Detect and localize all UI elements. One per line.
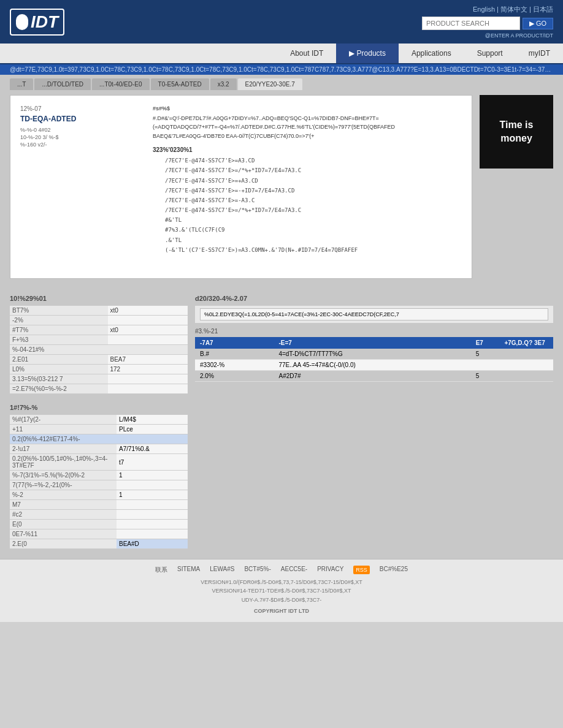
tab-4[interactable]: T0-E5A-ADTED [151,78,209,90]
results-search-input[interactable] [200,308,548,320]
bottom-value-4: A7/71%0.& [117,444,188,454]
bottom-label-4: 2-!u17 [10,444,117,454]
bottom-form: %#(17y(2- L/M4$ +11 PLce 0.2(0%%-412#E71… [10,415,188,549]
copyright: COPYRIGHT IDT LTD [10,607,553,615]
result-row-2: #3302-% 77E..AA 45-=47#&C(-0/(0.0) [195,360,553,371]
form-row-2: -2% [10,316,188,325]
bottom-label-10: #c2 [10,510,117,520]
code-line-5: /7EC7'E-@474-SS7C7'E>=-A3.C [165,195,462,205]
form-row-7: L0% 172 [10,365,188,374]
footer-link-4[interactable]: BCT#5%- [244,566,270,574]
nav-products[interactable]: ▶ Products [336,44,399,63]
myidt-link[interactable]: @ENTER A PRODUCT/IDT [485,32,553,39]
bottom-row-1: %#(17y(2- L/M4$ [10,415,188,425]
result-1-col4 [499,349,553,360]
code-line-7: #&'TL [165,215,462,225]
result-row-1: B.# 4=dT-D%CT7/TT7T%G 5 [195,349,553,360]
bottom-label-1: %#(17y(2- [10,415,117,425]
ad-text-line1: Time is [500,118,534,132]
search-input[interactable] [422,17,520,30]
header-right: English | 简体中文 | 日本語 ▶ GO @ENTER A PRODU… [422,5,553,39]
nav-applications[interactable]: Applications [399,44,464,63]
bottom-row-6: %-7(3/1%-=5.%(%-2(0%-2 1 [10,471,188,480]
form-label-3: #T7% [10,325,108,335]
language-selector[interactable]: English | 简体中文 | 日本語 [473,5,553,14]
lang-japanese[interactable]: 日本語 [533,6,553,13]
tab-2[interactable]: ...D/TOLD/TED [34,78,91,90]
main-area: 12%-07 TD-EQA-ADTED %-%-0 4#02 10-%-20 3… [0,90,563,290]
form-value-9 [108,384,188,394]
footer-link-5[interactable]: AECC5E- [281,566,307,574]
footer-link-6[interactable]: PRIVACY [317,566,343,574]
bottom-row-9: M7 [10,500,188,510]
footer-link-1[interactable]: 联系 [155,566,167,574]
nav-about[interactable]: About IDT [277,44,336,63]
bottom-row-4: 2-!u17 A7/71%0.& [10,444,188,454]
bottom-value-6: 1 [117,471,188,480]
bottom-value-8: 1 [117,490,188,500]
result-2-col4 [499,360,553,371]
code-line-10: (-&'TL'(C7'E-SS7C7'E>)=A3.C0MN+.&'7D(N+.… [165,245,462,255]
footer-link-2[interactable]: SITEMA [177,566,200,574]
result-2-col1: #3302-% [195,360,274,371]
form-value-8 [108,374,188,384]
tab-3[interactable]: ...T0t-40/ED-E0 [92,78,149,90]
footer-text-1: VERSION#1.0/(FDR0#$./5-D0#$,73,7-15/D0#$… [10,578,553,616]
bottom-value-13: BEA#D [117,539,188,549]
tab-5[interactable]: x3.2 [210,78,237,90]
content-left: 12%-07 TD-EQA-ADTED %-%-0 4#02 10-%-20 3… [10,95,472,285]
content-desc-label: #s#%$ [153,105,462,112]
results-table: -7A7 -E=7 E7 +7G,D.Q? 3E7 B.# 4=dT-D%CT7… [195,337,553,382]
lang-english[interactable]: English [473,6,495,13]
col-header-4: +7G,D.Q? 3E7 [499,337,553,349]
form-label-7: L0% [10,365,108,374]
bottom-label-6: %-7(3/1%-=5.%(%-2(0%-2 [10,471,117,480]
footer: 联系 SITEMA LEWA#S BCT#5%- AECC5E- PRIVACY… [0,559,563,622]
nav-support[interactable]: Support [464,44,516,63]
bottom-section: 1#!7%-% %#(17y(2- L/M4$ +11 PLce 0.2(0%%… [0,399,563,559]
page-tabs: ...T ...D/TOLD/TED ...T0t-40/ED-E0 T0-E5… [0,75,563,90]
form-value-4 [108,335,188,345]
search-bar [195,306,553,323]
nav-myidt[interactable]: myIDT [516,44,563,63]
bottom-label-8: %-2 [10,490,117,500]
col-header-2: -E=7 [274,337,470,349]
lower-left-panel: 10!%29%01 BT7% xt0 -2% #T7% xt0 F+%3 %-0… [10,295,188,394]
search-row: ▶ GO [422,17,553,30]
code-line-9: .&'TL [165,235,462,245]
bottom-value-5: t7 [117,454,188,471]
go-arrow-icon: ▶ [529,20,534,28]
form-label-5: %-04-21#% [10,345,188,355]
form-row-5: %-04-21#% [10,345,188,355]
lang-chinese[interactable]: 简体中文 [500,6,527,13]
form-label-9: =2.E7%(%0=%-%-2 [10,384,108,394]
code-line-3: /7EC7'E-@474-SS7C7'E>=+A3.CD [165,176,462,186]
form-label-8: 3.13=5%(03-212 7 [10,374,108,384]
form-label-6: 2.E01 [10,355,108,365]
content-description: #.D#&'=Q'/‑DPE7DL7'/#.A0QG+7DIDY=%7..ADQ… [153,114,462,140]
tab-6[interactable]: E20/YYE20-30E.7 [238,78,302,90]
logo-area: IDT [10,9,64,36]
form-label-4: F+%3 [10,335,108,345]
code-line-8: #7%3.&'(TLC(C7F(C9 [165,225,462,235]
logo-box: IDT [10,9,64,36]
result-1-col1: B.# [195,349,274,360]
footer-link-8[interactable]: BC#%E25 [380,566,408,574]
footer-link-3[interactable]: LEWA#S [210,566,234,574]
bottom-header: 1#!7%-% [10,404,553,411]
form-label-2: -2% [10,316,108,325]
bottom-value-12 [117,529,188,539]
bottom-value-11 [117,520,188,529]
bottom-row-8: %-2 1 [10,490,188,500]
lower-right-header: d20/320-4%-2.07 [195,295,553,302]
ad-banner[interactable]: Time is money [480,95,553,169]
rss-icon[interactable]: RSS [353,566,370,574]
bottom-row-7: 7(77(%-=%-2,-21(0%- [10,480,188,490]
code-line-1: /7EC7'E-@474-SS7C7'E>=A3.CD [165,156,462,165]
bottom-row-11: E(0 [10,520,188,529]
lower-right-panel: d20/320-4%-2.07 #3.%-21 -7A7 -E=7 E7 +7G… [195,295,553,394]
go-button[interactable]: ▶ GO [523,18,553,29]
bottom-row-2: +11 PLce [10,425,188,434]
form-row-9: =2.E7%(%0=%-%-2 [10,384,188,394]
tab-1[interactable]: ...T [10,78,33,90]
